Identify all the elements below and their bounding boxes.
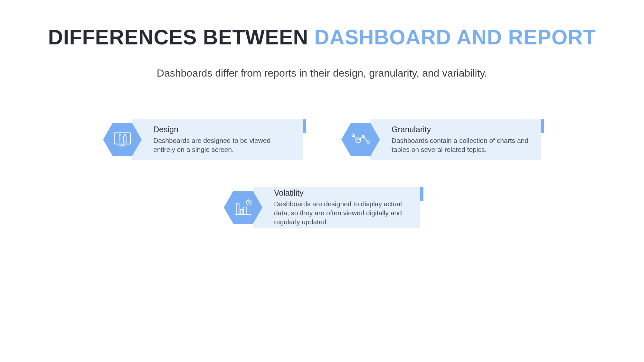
- accent-bar: [303, 119, 306, 133]
- svg-line-13: [249, 202, 250, 203]
- slide-subtitle: Dashboards differ from reports in their …: [0, 67, 644, 79]
- svg-rect-8: [236, 203, 239, 214]
- card-design: Design Dashboards are designed to be vie…: [103, 119, 303, 160]
- svg-rect-10: [244, 207, 246, 214]
- title-plain: DIFFERENCES BETWEEN: [48, 26, 314, 49]
- card-volatility: Volatility Dashboards are designed to di…: [224, 187, 420, 228]
- card-heading: Volatility: [274, 188, 409, 198]
- card-heading: Design: [153, 125, 291, 134]
- svg-rect-0: [114, 133, 130, 144]
- card-body: Dashboards are designed to be viewed ent…: [153, 136, 291, 154]
- accent-bar: [541, 119, 544, 133]
- svg-rect-9: [240, 209, 243, 214]
- card-body: Dashboards contain a collection of chart…: [392, 136, 529, 154]
- card-granularity: Granularity Dashboards contain a collect…: [341, 119, 541, 160]
- slide-title: DIFFERENCES BETWEEN DASHBOARD AND REPORT: [0, 0, 644, 50]
- card-body: Dashboards are designed to display actua…: [274, 200, 409, 227]
- card-heading: Granularity: [392, 125, 529, 134]
- title-accent: DASHBOARD AND REPORT: [314, 26, 596, 49]
- accent-bar: [420, 187, 423, 201]
